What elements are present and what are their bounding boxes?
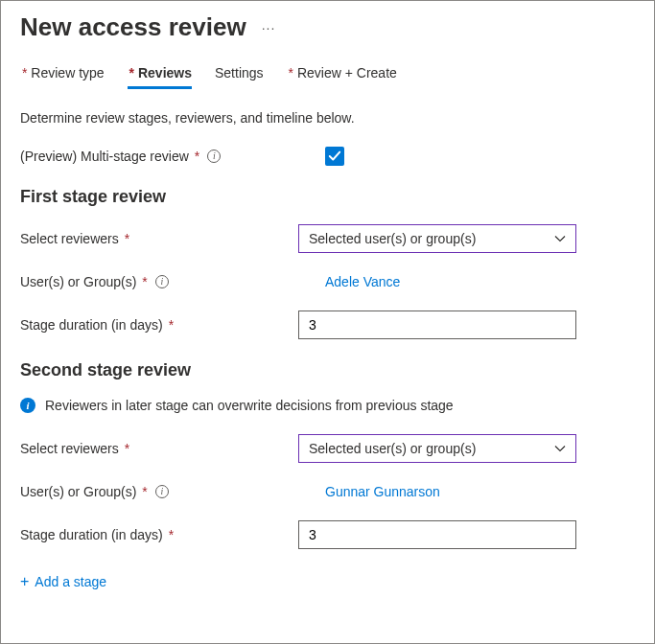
required-marker: *	[125, 441, 129, 456]
stage2-reviewers-dropdown[interactable]: Selected user(s) or group(s)	[298, 434, 576, 463]
stage2-title: Second stage review	[20, 360, 635, 380]
page-title: New access review	[20, 12, 246, 42]
stage2-duration-input[interactable]	[298, 520, 576, 549]
stage2-reviewers-label: Select reviewers	[20, 441, 119, 456]
tab-label: Reviews	[138, 65, 192, 80]
stage1-duration-input[interactable]	[298, 310, 576, 339]
new-access-review-panel: New access review ··· * Review type * Re…	[0, 0, 655, 644]
required-marker: *	[142, 274, 147, 289]
dropdown-value: Selected user(s) or group(s)	[309, 441, 476, 456]
chevron-down-icon	[554, 443, 566, 454]
stage1-reviewers-dropdown[interactable]: Selected user(s) or group(s)	[298, 224, 576, 253]
required-marker: *	[169, 317, 174, 333]
required-marker: *	[195, 149, 199, 164]
more-icon[interactable]: ···	[262, 20, 276, 35]
tab-label: Review + Create	[297, 65, 397, 80]
multistage-checkbox[interactable]	[325, 147, 344, 166]
chevron-down-icon	[554, 233, 566, 244]
required-marker: *	[22, 65, 27, 80]
add-stage-label: Add a stage	[35, 574, 106, 589]
tab-settings[interactable]: Settings	[215, 65, 264, 89]
info-icon[interactable]: i	[155, 275, 169, 288]
stage2-alert-text: Reviewers in later stage can overwrite d…	[45, 398, 454, 413]
required-marker: *	[169, 527, 174, 542]
stage1-user-link[interactable]: Adele Vance	[325, 274, 400, 289]
stage1-title: First stage review	[20, 187, 635, 207]
tab-strip: * Review type * Reviews Settings * Revie…	[20, 65, 635, 89]
multistage-label: (Preview) Multi-stage review	[20, 149, 189, 164]
info-icon[interactable]: i	[207, 150, 221, 163]
check-icon	[328, 150, 341, 163]
required-marker: *	[125, 231, 129, 246]
info-solid-icon: i	[20, 398, 35, 413]
required-marker: *	[142, 484, 147, 499]
tab-review-create[interactable]: * Review + Create	[287, 65, 397, 89]
description-text: Determine review stages, reviewers, and …	[20, 110, 635, 126]
tab-reviews[interactable]: * Reviews	[128, 65, 192, 89]
stage2-user-link[interactable]: Gunnar Gunnarson	[325, 484, 440, 499]
plus-icon: +	[20, 574, 29, 589]
stage2-duration-label: Stage duration (in days)	[20, 527, 163, 542]
tab-review-type[interactable]: * Review type	[20, 65, 105, 89]
stage2-users-label: User(s) or Group(s)	[20, 484, 136, 499]
required-marker: *	[289, 65, 293, 80]
tab-label: Review type	[31, 65, 104, 80]
stage1-users-label: User(s) or Group(s)	[20, 274, 136, 289]
info-icon[interactable]: i	[155, 485, 169, 498]
stage1-reviewers-label: Select reviewers	[20, 231, 119, 246]
stage1-duration-label: Stage duration (in days)	[20, 317, 163, 333]
add-stage-link[interactable]: + Add a stage	[20, 574, 106, 589]
dropdown-value: Selected user(s) or group(s)	[309, 231, 476, 246]
required-marker: *	[129, 65, 134, 80]
tab-label: Settings	[215, 65, 264, 80]
